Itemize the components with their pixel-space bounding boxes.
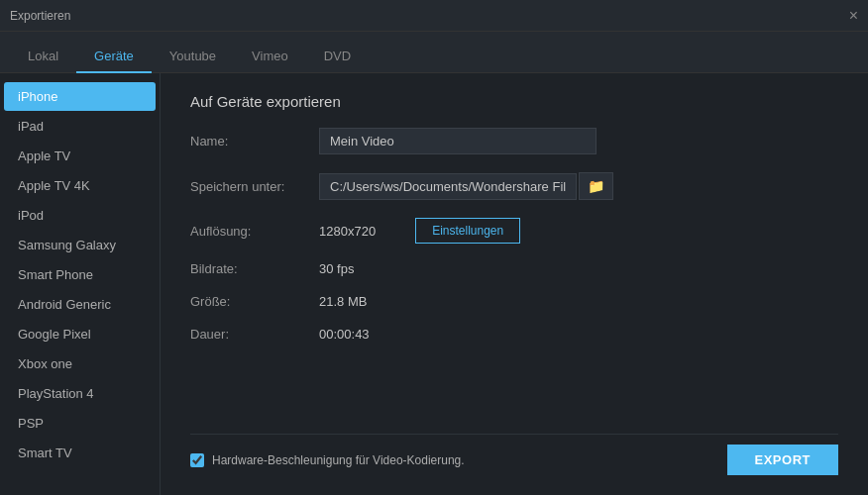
sidebar-item-ps4[interactable]: PlayStation 4 xyxy=(4,379,156,408)
sidebar-item-ipad[interactable]: iPad xyxy=(4,112,156,141)
resolution-value: 1280x720 xyxy=(319,224,376,239)
sidebar-item-psp[interactable]: PSP xyxy=(4,409,156,438)
section-title: Auf Geräte exportieren xyxy=(190,93,838,110)
tab-dvd[interactable]: DVD xyxy=(306,41,369,73)
path-input[interactable] xyxy=(319,173,577,200)
sidebar-item-ipod[interactable]: iPod xyxy=(4,201,156,230)
duration-label: Dauer: xyxy=(190,327,319,342)
sidebar-item-smarttv[interactable]: Smart TV xyxy=(4,439,156,467)
export-button[interactable]: EXPORT xyxy=(727,445,838,475)
framerate-value: 30 fps xyxy=(319,261,354,276)
tab-bar: Lokal Geräte Youtube Vimeo DVD xyxy=(0,32,868,73)
sidebar-item-appletv[interactable]: Apple TV xyxy=(4,142,156,170)
resolution-value-row: 1280x720 Einstellungen xyxy=(319,218,520,244)
size-label: Größe: xyxy=(190,294,319,309)
tab-geraete[interactable]: Geräte xyxy=(76,41,152,73)
tab-vimeo[interactable]: Vimeo xyxy=(234,41,306,73)
hw-accel-row: Hardware-Beschleunigung für Video-Kodier… xyxy=(190,453,465,467)
window-title: Exportieren xyxy=(10,9,70,23)
tab-youtube[interactable]: Youtube xyxy=(152,41,234,73)
folder-button[interactable]: 📁 xyxy=(579,172,613,200)
footer: Hardware-Beschleunigung für Video-Kodier… xyxy=(190,434,838,475)
hw-accel-checkbox[interactable] xyxy=(190,453,204,467)
hw-accel-label: Hardware-Beschleunigung für Video-Kodier… xyxy=(212,453,465,467)
sidebar-item-appletv4k[interactable]: Apple TV 4K xyxy=(4,171,156,200)
resolution-row: Auflösung: 1280x720 Einstellungen xyxy=(190,218,838,244)
name-label: Name: xyxy=(190,134,319,148)
close-button[interactable]: × xyxy=(849,8,858,24)
sidebar-item-iphone[interactable]: iPhone xyxy=(4,82,156,111)
sidebar-item-samsung[interactable]: Samsung Galaxy xyxy=(4,231,156,259)
content-area: iPhoneiPadApple TVApple TV 4KiPodSamsung… xyxy=(0,73,868,495)
resolution-label: Auflösung: xyxy=(190,224,319,239)
path-row: 📁 xyxy=(319,172,613,200)
name-row: Name: xyxy=(190,128,838,154)
sidebar-item-smartphone[interactable]: Smart Phone xyxy=(4,260,156,289)
title-bar: Exportieren × xyxy=(0,0,868,32)
save-label: Speichern unter: xyxy=(190,179,319,194)
framerate-label: Bildrate: xyxy=(190,261,319,276)
size-row: Größe: 21.8 MB xyxy=(190,294,838,309)
duration-row: Dauer: 00:00:43 xyxy=(190,327,838,342)
name-input[interactable] xyxy=(319,128,597,154)
tab-lokal[interactable]: Lokal xyxy=(10,41,76,73)
size-value: 21.8 MB xyxy=(319,294,367,309)
sidebar-item-googlepixel[interactable]: Google Pixel xyxy=(4,320,156,348)
einstellungen-button[interactable]: Einstellungen xyxy=(415,218,520,244)
main-panel: Auf Geräte exportieren Name: Speichern u… xyxy=(161,73,868,495)
device-sidebar: iPhoneiPadApple TVApple TV 4KiPodSamsung… xyxy=(0,73,161,495)
sidebar-item-android[interactable]: Android Generic xyxy=(4,290,156,319)
framerate-row: Bildrate: 30 fps xyxy=(190,261,838,276)
duration-value: 00:00:43 xyxy=(319,327,370,342)
save-row: Speichern unter: 📁 xyxy=(190,172,838,200)
sidebar-item-xboxone[interactable]: Xbox one xyxy=(4,349,156,378)
